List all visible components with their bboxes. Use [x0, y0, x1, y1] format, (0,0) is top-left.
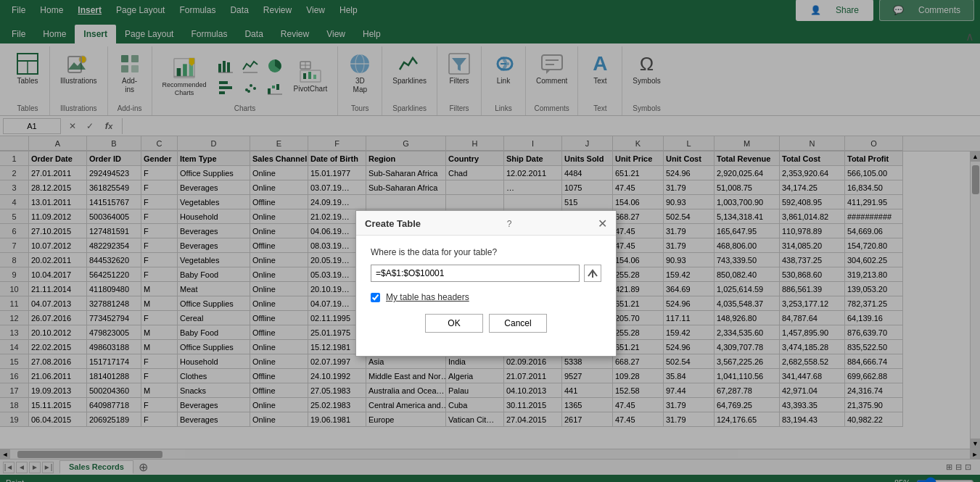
create-table-modal: Create Table ? ✕ Where is the data for y… — [355, 210, 617, 357]
modal-close-button[interactable]: ✕ — [598, 217, 607, 230]
modal-range-selector-button[interactable] — [584, 265, 601, 282]
modal-overlay: Create Table ? ✕ Where is the data for y… — [0, 0, 980, 482]
modal-help-icon: ? — [507, 219, 512, 229]
modal-headers-label[interactable]: My table has headers — [386, 292, 469, 302]
modal-input-row — [371, 265, 601, 282]
modal-footer: OK Cancel — [371, 314, 601, 344]
modal-ok-button[interactable]: OK — [425, 314, 483, 333]
modal-range-input[interactable] — [371, 265, 580, 282]
modal-cancel-button[interactable]: Cancel — [489, 314, 547, 333]
modal-checkbox-row: My table has headers — [371, 292, 601, 302]
modal-body: Where is the data for your table? My tab… — [356, 236, 616, 356]
modal-title: Create Table — [365, 218, 421, 229]
modal-title-bar: Create Table ? ✕ — [356, 211, 616, 236]
modal-question: Where is the data for your table? — [371, 247, 601, 257]
modal-headers-checkbox[interactable] — [371, 293, 380, 302]
